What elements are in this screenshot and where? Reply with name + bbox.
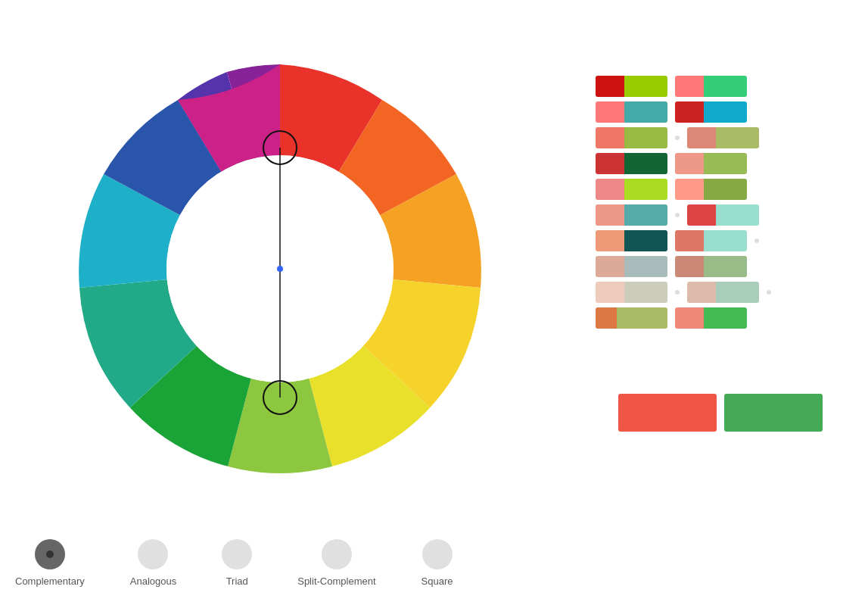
swatch-row	[596, 179, 823, 200]
swatch-pair[interactable]	[596, 307, 667, 329]
swatch-pair[interactable]	[675, 101, 747, 123]
swatch-row	[596, 76, 823, 97]
swatch-row	[596, 204, 823, 226]
swatch-pair[interactable]	[596, 204, 667, 226]
swatch-pair[interactable]	[687, 282, 759, 303]
color-wheel-wrapper[interactable]	[61, 49, 499, 488]
nav-item-triad[interactable]: Triad	[222, 539, 252, 587]
swatch-row	[596, 230, 823, 251]
color-wheel-container	[45, 23, 515, 515]
dot-separator	[675, 213, 680, 217]
swatch-pair[interactable]	[675, 307, 747, 329]
nav-circle-complementary[interactable]	[35, 539, 65, 569]
swatch-row	[596, 282, 823, 303]
swatch-pair[interactable]	[596, 256, 667, 277]
nav-item-analogous[interactable]: Analogous	[130, 539, 176, 587]
swatch-pair[interactable]	[675, 179, 747, 200]
swatch-pair[interactable]	[675, 76, 747, 97]
nav-label-split-complement: Split-Complement	[297, 575, 375, 587]
swatch-pair[interactable]	[596, 153, 667, 174]
svg-point-4	[277, 266, 283, 272]
dot-separator	[767, 290, 771, 295]
nav-circle-analogous[interactable]	[138, 539, 168, 569]
nav-label-analogous: Analogous	[130, 575, 176, 587]
swatch-row	[596, 153, 823, 174]
nav-circle-triad[interactable]	[222, 539, 252, 569]
swatch-pair[interactable]	[675, 256, 747, 277]
swatch-row	[596, 127, 823, 148]
dot-separator	[754, 239, 759, 243]
swatch-pair[interactable]	[675, 153, 747, 174]
nav-circle-split-complement[interactable]	[322, 539, 352, 569]
nav-item-split-complement[interactable]: Split-Complement	[297, 539, 375, 587]
swatch-pair[interactable]	[596, 76, 667, 97]
swatch-pair[interactable]	[596, 230, 667, 251]
active-dot	[46, 551, 54, 558]
dot-separator	[675, 136, 680, 140]
swatch-row	[596, 256, 823, 277]
swatch-pair[interactable]	[687, 204, 759, 226]
nav-section: Complementary Analogous Triad Split-Comp…	[15, 539, 453, 587]
nav-label-triad: Triad	[226, 575, 248, 587]
nav-item-square[interactable]: Square	[422, 539, 453, 587]
large-swatches	[618, 394, 823, 432]
swatch-pair[interactable]	[596, 101, 667, 123]
swatch-pair[interactable]	[687, 127, 759, 148]
swatch-row	[596, 101, 823, 123]
nav-label-square: Square	[422, 575, 453, 587]
dot-separator	[675, 290, 680, 295]
nav-circle-square[interactable]	[422, 539, 453, 569]
swatch-pair[interactable]	[596, 179, 667, 200]
swatches-section	[596, 76, 823, 333]
color-wheel-svg[interactable]	[61, 49, 499, 488]
swatch-row	[596, 307, 823, 329]
nav-label-complementary: Complementary	[15, 575, 85, 587]
swatch-pair[interactable]	[596, 127, 667, 148]
swatch-pair[interactable]	[675, 230, 747, 251]
nav-item-complementary[interactable]: Complementary	[15, 539, 85, 587]
swatch-pair[interactable]	[596, 282, 667, 303]
large-swatch-red[interactable]	[618, 394, 717, 432]
large-swatch-green[interactable]	[724, 394, 823, 432]
